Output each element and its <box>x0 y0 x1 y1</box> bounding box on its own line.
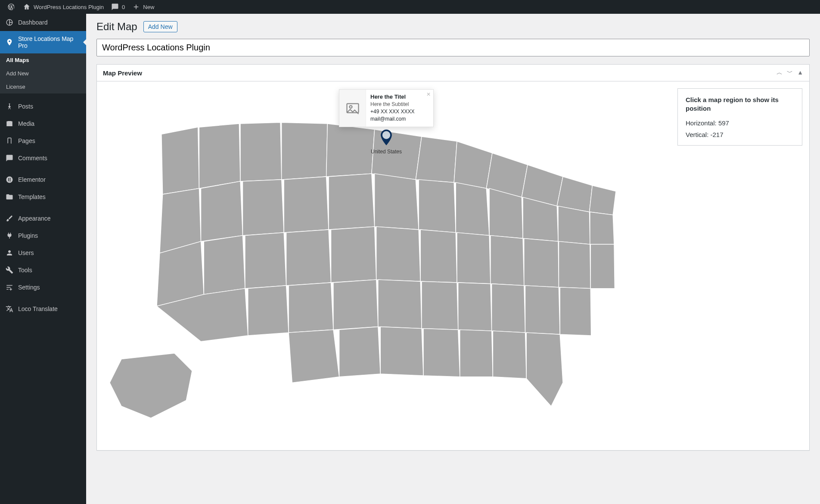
page-header: Edit Map Add New <box>96 21 810 33</box>
site-link[interactable]: WordPress Locations Plugin <box>19 0 107 14</box>
map-container: Here the Titel Here the Subtitel +49 XX … <box>104 88 669 443</box>
info-horizontal: Horizontal: 597 <box>686 119 794 127</box>
panel-title: Map Preview <box>103 69 142 77</box>
brush-icon <box>5 214 14 223</box>
sidebar-label: Tools <box>18 267 32 274</box>
sidebar-item-media[interactable]: Media <box>0 115 86 132</box>
sidebar-item-plugins[interactable]: Plugins <box>0 227 86 244</box>
sidebar-label: Appearance <box>18 215 51 222</box>
elementor-icon <box>5 175 14 184</box>
comments-count: 0 <box>122 4 125 10</box>
panel-controls: ︿ ﹀ ▲ <box>777 69 803 77</box>
sliders-icon <box>5 283 14 292</box>
tooltip-close-icon[interactable]: ✕ <box>426 91 431 97</box>
add-new-button[interactable]: Add New <box>143 21 177 32</box>
sidebar-item-users[interactable]: Users <box>0 244 86 261</box>
map-preview-panel: Map Preview ︿ ﹀ ▲ Here the Titel <box>96 64 810 451</box>
sidebar-label: Templates <box>18 193 46 200</box>
comments-link[interactable]: 0 <box>107 0 128 14</box>
sidebar-label: Users <box>18 249 34 256</box>
tooltip-image-placeholder <box>339 90 366 127</box>
map-title-input[interactable] <box>96 39 810 56</box>
plus-icon <box>132 3 140 11</box>
panel-move-up-icon[interactable]: ︿ <box>777 69 783 77</box>
panel-toggle-icon[interactable]: ▲ <box>797 69 803 77</box>
wordpress-icon <box>7 3 16 11</box>
sidebar-item-comments[interactable]: Comments <box>0 149 86 167</box>
svg-point-2 <box>349 106 352 108</box>
media-icon <box>5 119 14 128</box>
new-label: New <box>143 4 154 10</box>
sidebar-label: Posts <box>18 103 33 110</box>
admin-sidebar: Dashboard Store Locations Map Pro All Ma… <box>0 14 86 504</box>
sidebar-item-store-locations[interactable]: Store Locations Map Pro <box>0 31 86 53</box>
sidebar-sub-all-maps[interactable]: All Maps <box>0 53 86 67</box>
tooltip-title: Here the Titel <box>370 93 429 101</box>
main-content: Edit Map Add New Map Preview ︿ ﹀ ▲ <box>86 14 820 504</box>
sidebar-submenu: All Maps Add New License <box>0 53 86 93</box>
admin-topbar: WordPress Locations Plugin 0 New <box>0 0 820 14</box>
svg-point-3 <box>382 131 390 139</box>
sidebar-item-loco[interactable]: Loco Translate <box>0 300 86 317</box>
tooltip-subtitle: Here the Subtitel <box>370 101 429 108</box>
sidebar-sub-add-new[interactable]: Add New <box>0 67 86 80</box>
sidebar-item-pages[interactable]: Pages <box>0 132 86 149</box>
comment-icon <box>111 3 119 11</box>
sidebar-item-posts[interactable]: Posts <box>0 98 86 115</box>
info-vertical: Vertical: -217 <box>686 131 794 138</box>
home-icon <box>22 3 31 11</box>
sidebar-label: Media <box>18 120 34 127</box>
sidebar-label: Loco Translate <box>18 305 58 312</box>
site-name: WordPress Locations Plugin <box>34 4 104 10</box>
translate-icon <box>5 305 14 313</box>
sidebar-item-elementor[interactable]: Elementor <box>0 171 86 188</box>
info-hint: Click a map region to show its position <box>686 96 794 113</box>
dashboard-icon <box>5 18 14 27</box>
location-icon <box>5 38 14 47</box>
location-tooltip: Here the Titel Here the Subtitel +49 XX … <box>339 89 434 127</box>
panel-header: Map Preview ︿ ﹀ ▲ <box>97 65 809 81</box>
pages-icon <box>5 137 14 145</box>
wp-logo[interactable] <box>3 0 19 14</box>
folder-icon <box>5 193 14 201</box>
page-title: Edit Map <box>96 21 137 33</box>
user-icon <box>5 249 14 257</box>
sidebar-label: Pages <box>18 137 35 144</box>
sidebar-item-settings[interactable]: Settings <box>0 279 86 296</box>
sidebar-label: Dashboard <box>18 19 48 26</box>
pin-icon <box>5 102 14 111</box>
tooltip-email: mail@mail.com <box>370 115 429 123</box>
pin-label: United States <box>371 149 402 155</box>
sidebar-item-templates[interactable]: Templates <box>0 188 86 205</box>
position-info-box: Click a map region to show its position … <box>677 88 802 146</box>
sidebar-label: Store Locations Map Pro <box>18 35 81 49</box>
plug-icon <box>5 231 14 240</box>
sidebar-sub-license[interactable]: License <box>0 80 86 93</box>
wrench-icon <box>5 266 14 274</box>
sidebar-item-appearance[interactable]: Appearance <box>0 210 86 227</box>
sidebar-item-tools[interactable]: Tools <box>0 261 86 279</box>
sidebar-label: Elementor <box>18 176 46 183</box>
tooltip-phone: +49 XX XXX XXXX <box>370 108 429 115</box>
comment-icon <box>5 154 14 162</box>
new-link[interactable]: New <box>128 0 158 14</box>
map-pin[interactable]: United States <box>371 128 402 155</box>
sidebar-label: Plugins <box>18 232 38 239</box>
sidebar-label: Settings <box>18 284 40 291</box>
sidebar-label: Comments <box>18 155 47 162</box>
sidebar-item-dashboard[interactable]: Dashboard <box>0 14 86 31</box>
panel-move-down-icon[interactable]: ﹀ <box>787 69 793 77</box>
